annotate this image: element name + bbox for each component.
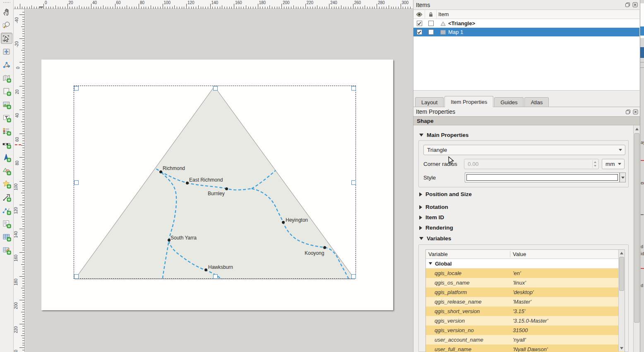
variable-row-user_full_name[interactable]: user_full_name'Nyall Dawson' [426, 345, 625, 352]
variable-row-qgis_os_name[interactable]: qgis_os_name'linux' [426, 278, 625, 287]
chevron-down-icon [419, 237, 423, 240]
edit-nodes-icon [2, 60, 11, 69]
tool-edit-nodes-item-button[interactable] [1, 59, 12, 70]
tool-pan-button[interactable] [1, 6, 12, 17]
tool-add-picture-button[interactable] [1, 99, 12, 110]
sliver-text-fragment: ay [641, 140, 644, 145]
selection-handle[interactable] [213, 86, 218, 91]
items-close-button[interactable] [632, 2, 638, 7]
variable-row-qgis_short_version[interactable]: qgis_short_version'3.15' [426, 307, 625, 316]
lock-checkbox[interactable] [428, 21, 434, 26]
map-item-icon [440, 29, 446, 35]
section-rotation[interactable]: Rotation [419, 204, 448, 210]
checkmark-icon [417, 22, 421, 26]
section-position-and-size[interactable]: Position and Size [419, 191, 472, 197]
items-row-map1[interactable]: Map 1 [413, 28, 639, 36]
variable-value: 'desktop' [510, 289, 625, 295]
scroll-up-button[interactable] [634, 126, 640, 132]
scroll-up-button[interactable] [619, 250, 625, 256]
sliver-text-fragment: d [641, 283, 643, 288]
tool-move-item-content-button[interactable] [1, 46, 12, 57]
layout-page[interactable]: RichmondEast RichmondBurnleyHeyingtonSou… [41, 60, 393, 310]
ruler-label: 160 [14, 255, 18, 262]
ruler-label: 40 [92, 0, 97, 5]
scroll-down-button[interactable] [619, 345, 625, 352]
toolbar-grip-handle[interactable] [3, 2, 10, 4]
item-properties-titlebar: Item Properties [413, 107, 640, 116]
tab-layout[interactable]: Layout [415, 97, 444, 107]
ruler-label: 40 [15, 113, 19, 117]
variable-row-user_account_name[interactable]: user_account_name'nyall' [426, 335, 625, 345]
ruler-label: 80 [140, 0, 144, 5]
unit-combobox[interactable]: mm [602, 159, 625, 169]
variable-value: 'Nyall Dawson' [510, 346, 625, 352]
variables-group-global[interactable]: Global [426, 259, 625, 268]
sliver-selected-row [640, 26, 644, 36]
spinner-arrows[interactable] [592, 160, 598, 168]
tool-add-arrow-button[interactable] [1, 192, 12, 203]
selection-handle[interactable] [213, 274, 218, 279]
scrollbar-thumb[interactable] [619, 257, 624, 291]
selection-handle[interactable] [351, 180, 356, 185]
variable-row-qgis_version[interactable]: qgis_version'3.15.0-Master' [426, 316, 625, 326]
selection-handle[interactable] [74, 86, 79, 91]
visibility-checkbox[interactable] [417, 29, 422, 35]
tool-add-label-button[interactable] [1, 112, 12, 123]
tool-add-shape-button[interactable] [1, 165, 12, 176]
item-type-header: Shape [413, 116, 640, 125]
item-selection-box[interactable] [74, 86, 356, 279]
properties-panel-scrollbar[interactable] [633, 125, 640, 352]
tab-atlas[interactable]: Atlas [524, 97, 549, 107]
horizontal-ruler: 0204060801001201401601802002202402602803… [14, 0, 413, 9]
tool-add-node-item-button[interactable] [1, 205, 12, 216]
layout-canvas[interactable]: RichmondEast RichmondBurnleyHeyingtonSou… [25, 10, 413, 352]
style-button[interactable] [465, 172, 620, 182]
visibility-checkbox[interactable] [417, 21, 422, 26]
selection-handle[interactable] [74, 274, 79, 279]
scrollbar-thumb[interactable] [634, 133, 639, 323]
tab-item-properties[interactable]: Item Properties [445, 96, 493, 107]
tool-add-marker-button[interactable] [1, 178, 12, 189]
tool-add-attribute-table-button[interactable] [1, 231, 12, 242]
ruler-label: 180 [259, 0, 266, 5]
variable-row-qgis_release_name[interactable]: qgis_release_name'Master' [426, 297, 625, 307]
items-float-button[interactable] [625, 2, 630, 7]
style-preview-swatch [466, 174, 618, 181]
selection-handle[interactable] [74, 180, 79, 185]
variable-row-qgis_platform[interactable]: qgis_platform'desktop' [426, 287, 625, 297]
selection-handle[interactable] [351, 274, 356, 279]
shape-type-combobox[interactable]: Triangle [423, 145, 625, 155]
variables-table-scrollbar[interactable] [618, 250, 625, 352]
tool-add-map-button[interactable] [1, 72, 12, 84]
ruler-label: 0 [16, 67, 21, 69]
tool-select-move-item-button[interactable] [1, 33, 12, 44]
tool-add-scalebar-button[interactable] [1, 139, 12, 150]
section-main-properties[interactable]: Main Properties [419, 132, 469, 138]
ruler-label: 100 [164, 0, 171, 5]
section-rendering[interactable]: Rendering [419, 225, 453, 231]
variable-name: qgis_locale [426, 270, 510, 276]
selection-handle[interactable] [351, 86, 356, 91]
items-row-triangle[interactable]: <Triangle> [413, 19, 639, 28]
ruler-label: 240 [14, 350, 18, 352]
vertical-ruler: -40-20020406080100120140160180200220240 [14, 9, 25, 352]
chevron-right-icon [419, 192, 422, 196]
lock-checkbox[interactable] [428, 29, 434, 35]
add-marker-icon [2, 180, 11, 189]
tool-add-html-button[interactable] [1, 218, 12, 229]
tool-add-legend-button[interactable] [1, 125, 12, 136]
tool-add-manual-table-button[interactable] [1, 244, 12, 256]
section-item-id[interactable]: Item ID [419, 214, 444, 220]
properties-float-button[interactable] [625, 109, 631, 115]
tab-guides[interactable]: Guides [494, 97, 524, 107]
tool-zoom-button[interactable] [1, 19, 12, 31]
tool-add-3d-map-button[interactable] [1, 86, 12, 97]
properties-close-button[interactable] [632, 109, 638, 115]
variable-row-qgis_locale[interactable]: qgis_locale'en' [426, 268, 625, 278]
style-dropdown-button[interactable] [620, 172, 626, 182]
tool-add-north-arrow-button[interactable] [1, 152, 12, 163]
section-variables[interactable]: Variables [419, 235, 451, 242]
corner-radius-spinbox[interactable]: 0.00 [464, 159, 599, 169]
variable-column-header: Variable [426, 251, 510, 257]
variable-row-qgis_version_no[interactable]: qgis_version_no31500 [426, 326, 625, 335]
